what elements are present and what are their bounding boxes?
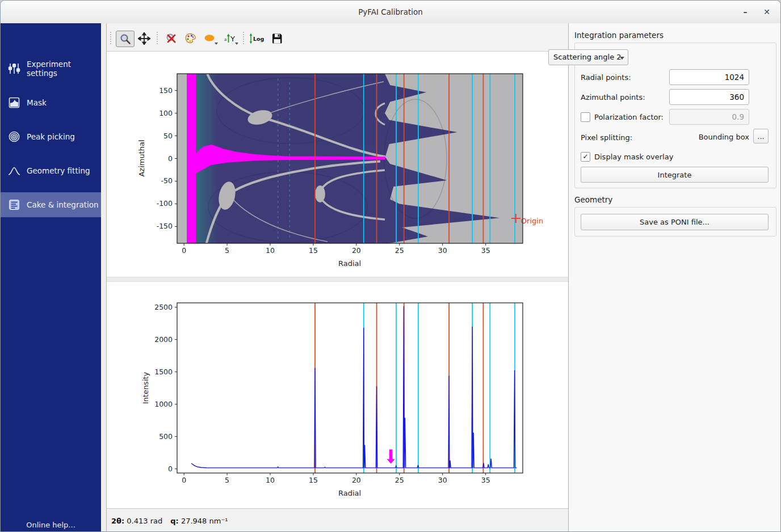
x-tick-label: 35 — [481, 476, 490, 484]
display-mask-checkbox[interactable]: ✓ — [581, 152, 590, 162]
x-tick-label: 10 — [266, 476, 275, 484]
y-tick-label: 500 — [159, 432, 173, 441]
polarization-input[interactable]: 0.9 — [669, 109, 749, 125]
x-tick-label: 35 — [481, 246, 490, 255]
pixel-splitting-value: Bounding box — [699, 133, 749, 141]
sidebar-item-label: Cake & integration — [27, 200, 99, 209]
q-label: q: — [170, 517, 179, 525]
x-tick-label: 20 — [352, 246, 361, 255]
mask-tool-button[interactable] — [201, 31, 219, 46]
y-axis-orientation-button[interactable]: a Y — [221, 31, 239, 46]
log-scale-button[interactable]: Log — [247, 31, 265, 46]
sidebar-item-label: Experiment settings — [27, 60, 101, 78]
y-tick-label: 50 — [163, 132, 173, 140]
toolbar-grip — [110, 32, 113, 44]
floppy-icon — [271, 32, 283, 45]
cake-image-backdrop — [177, 74, 523, 243]
y-tick-label: -100 — [157, 199, 173, 208]
polarization-checkbox[interactable] — [581, 112, 590, 122]
cake-plot-canvas[interactable]: Origin05101520253035-150-100-50050100150 — [177, 74, 523, 243]
intensity-xaxis-label: Radial — [338, 489, 361, 497]
target-icon — [7, 130, 21, 143]
x-tick-label: 15 — [309, 246, 318, 255]
intensity-yaxis-label: Intensity — [141, 372, 150, 404]
intensity-plot-canvas[interactable]: 0510152025303505001000150020002500 — [177, 303, 523, 473]
two-theta-label: 2θ: — [111, 517, 124, 525]
zoom-tool-button[interactable] — [116, 31, 135, 47]
pan-tool-button[interactable] — [135, 31, 153, 46]
y-tick-label: -50 — [161, 176, 173, 185]
zoom-reset-button[interactable] — [162, 31, 180, 46]
y-tick-label: 2000 — [154, 335, 173, 344]
geometry-title: Geometry — [574, 195, 612, 204]
magnifier-cancel-icon — [165, 32, 178, 45]
azimuthal-points-input[interactable]: 360 — [669, 89, 749, 105]
x-tick-label: 15 — [309, 476, 318, 484]
save-poni-button[interactable]: Save as PONI file... — [581, 214, 769, 230]
sidebar-item-mask[interactable]: Mask — [1, 90, 101, 115]
sidebar: Experiment settings Mask Peak picking Ge… — [1, 23, 101, 532]
svg-text:a: a — [224, 37, 226, 42]
y-tick-label: 0 — [168, 465, 173, 473]
radial-unit-value: Scattering angle 2 — [553, 53, 622, 61]
move-arrows-icon — [138, 32, 150, 45]
x-tick-label: 20 — [352, 476, 361, 484]
x-tick-label: 30 — [438, 246, 447, 255]
radial-points-label: Radial points: — [581, 73, 631, 82]
sidebar-item-label: Mask — [27, 98, 47, 107]
display-mask-label: Display mask overlay — [594, 153, 673, 161]
palette-icon — [184, 32, 197, 45]
cake-xaxis-label: Radial — [338, 259, 361, 268]
sidebar-item-label: Peak picking — [27, 132, 75, 141]
integration-parameters-title: Integration parameters — [574, 31, 664, 40]
y-tick-label: 100 — [159, 109, 173, 117]
main-plot-area: a Y Log — [107, 23, 569, 532]
polarization-label: Polarization factor: — [594, 113, 664, 121]
x-tick-label: 10 — [266, 246, 275, 255]
origin-label: Origin — [521, 217, 543, 225]
radial-points-input[interactable]: 1024 — [669, 69, 749, 85]
close-button[interactable]: ✕ — [759, 4, 775, 20]
sidebar-item-geometry-fitting[interactable]: Geometry fitting — [1, 158, 101, 183]
plot-toolbar: a Y Log — [107, 23, 568, 52]
radial-unit-dropdown[interactable]: Scattering angle 2 — [548, 49, 628, 65]
figure-separator — [107, 277, 568, 282]
window-title: PyFAI Calibration — [1, 1, 780, 23]
y-tick-label: 1000 — [154, 400, 173, 408]
sliders-icon — [7, 62, 21, 75]
colormap-button[interactable] — [182, 31, 199, 46]
integrate-button[interactable]: Integrate — [581, 167, 769, 183]
integration-panel: Integration parameters Radial unit: Scat… — [569, 23, 781, 532]
sidebar-item-experiment-settings[interactable]: Experiment settings — [1, 56, 101, 81]
sidebar-item-peak-picking[interactable]: Peak picking — [1, 124, 101, 149]
x-tick-label: 25 — [395, 246, 404, 255]
mask-icon — [7, 96, 21, 109]
x-tick-label: 25 — [395, 476, 404, 484]
sidebar-item-cake-integration[interactable]: Cake & integration — [1, 192, 101, 217]
geometry-group: Save as PONI file... — [574, 207, 776, 237]
x-tick-label: 5 — [225, 246, 229, 255]
y-tick-label: 1500 — [154, 368, 173, 376]
status-bar: 2θ: 0.413 rad q: 27.948 nm⁻¹ — [107, 508, 568, 532]
azimuthal-points-label: Azimuthal points: — [581, 93, 645, 102]
svg-text:Y: Y — [230, 35, 235, 43]
dropdown-caret — [215, 43, 218, 45]
log-arrow-icon: Log — [248, 32, 265, 45]
chevron-down-icon — [620, 57, 624, 60]
x-tick-label: 0 — [182, 246, 186, 255]
two-theta-value: 0.413 rad — [127, 517, 162, 525]
title-bar[interactable]: PyFAI Calibration – ✕ — [1, 1, 780, 24]
toolbar-grip — [157, 32, 159, 44]
sidebar-divider — [101, 23, 107, 532]
pixel-splitting-more-button[interactable]: ... — [753, 129, 769, 143]
y-tick-label: 150 — [159, 86, 173, 95]
y-tick-label: 0 — [168, 154, 173, 163]
dropdown-caret — [235, 43, 238, 45]
save-figure-button[interactable] — [268, 31, 285, 46]
cake-list-icon — [7, 198, 21, 212]
minimize-button[interactable]: – — [737, 4, 753, 20]
magnifier-icon — [119, 33, 132, 45]
svg-text:Log: Log — [253, 36, 264, 42]
peak-curve-icon — [7, 164, 21, 178]
online-help-link[interactable]: Online help... — [1, 521, 101, 529]
